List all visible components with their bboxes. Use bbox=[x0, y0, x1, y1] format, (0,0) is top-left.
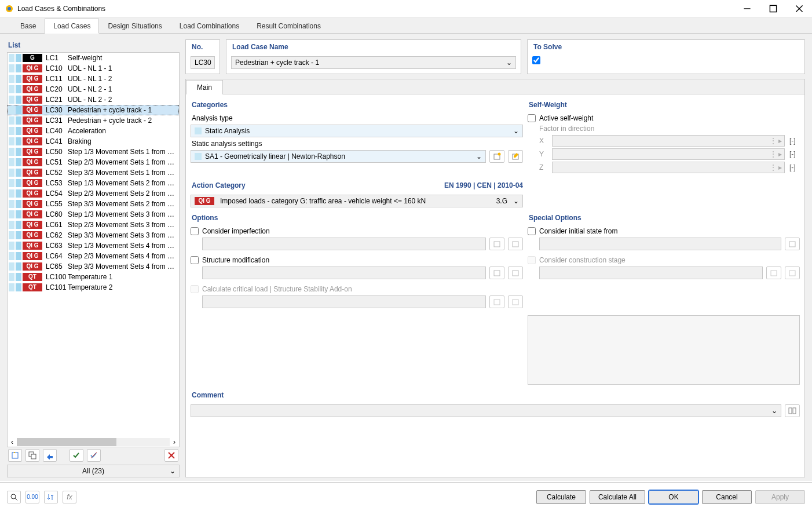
list-item[interactable]: QI GLC60Step 1/3 Movement Sets 3 from RF… bbox=[8, 209, 179, 220]
list-item[interactable]: QI GLC30Pedestrian + cycle track - 1 bbox=[8, 105, 179, 115]
tag-chip: QI G bbox=[23, 106, 42, 114]
sort-button[interactable] bbox=[44, 491, 58, 503]
scroll-right-icon[interactable]: › bbox=[170, 438, 179, 446]
search-button[interactable] bbox=[7, 491, 21, 503]
new-button[interactable] bbox=[8, 449, 22, 462]
no-title: No. bbox=[191, 41, 215, 54]
load-case-code: LC61 bbox=[43, 221, 68, 229]
list-item[interactable]: QI GLC64Step 2/3 Movement Sets 4 from RF… bbox=[8, 251, 179, 261]
swatch-icon bbox=[9, 231, 14, 239]
list-item[interactable]: QI GLC61Step 2/3 Movement Sets 3 from RF… bbox=[8, 220, 179, 230]
load-case-desc: Step 2/3 Movement Sets 1 from RF-M bbox=[68, 158, 179, 166]
load-case-list[interactable]: GLC1Self-weightQI GLC10UDL - NL 1 - 1QI … bbox=[7, 52, 180, 447]
load-case-desc: Step 3/3 Movement Sets 2 from RF-M bbox=[68, 200, 179, 208]
comment-library-button[interactable] bbox=[785, 404, 800, 417]
list-item[interactable]: QI GLC62Step 3/3 Movement Sets 3 from RF… bbox=[8, 230, 179, 240]
filter-dropdown[interactable]: All (23) ⌄ bbox=[7, 465, 180, 477]
list-item[interactable]: QI GLC21UDL - NL 2 - 2 bbox=[8, 94, 179, 105]
consider-imperfection-input[interactable] bbox=[191, 227, 199, 235]
to-solve-input[interactable] bbox=[532, 56, 540, 64]
edit-structmod-button[interactable] bbox=[508, 267, 523, 279]
new-settings-button[interactable] bbox=[489, 150, 504, 163]
list-item[interactable]: GLC1Self-weight bbox=[8, 53, 179, 63]
new-structmod-button[interactable] bbox=[489, 267, 504, 279]
cancel-button[interactable]: Cancel bbox=[702, 490, 752, 504]
consider-imperfection-checkbox[interactable]: Consider imperfection bbox=[191, 227, 523, 235]
actioncat-title: Action Category bbox=[191, 180, 246, 192]
initial-state-checkbox[interactable]: Consider initial state from bbox=[528, 227, 800, 235]
tab-result-combinations[interactable]: Result Combinations bbox=[248, 19, 330, 33]
list-item[interactable]: QI GLC41Braking bbox=[8, 136, 179, 147]
comment-dropdown[interactable]: ⌄ bbox=[191, 404, 781, 417]
maximize-button[interactable] bbox=[760, 0, 786, 17]
list-item[interactable]: QI GLC54Step 2/3 Movement Sets 2 from RF… bbox=[8, 188, 179, 199]
delete-button[interactable] bbox=[164, 449, 178, 462]
minimize-button[interactable] bbox=[734, 0, 760, 17]
deselect-button[interactable] bbox=[87, 449, 101, 462]
tab-load-combinations[interactable]: Load Combinations bbox=[171, 19, 248, 33]
edit-initial-button[interactable] bbox=[785, 238, 800, 250]
actioncat-tag: QI G bbox=[195, 197, 214, 205]
formula-button[interactable]: fx bbox=[63, 491, 76, 503]
list-item[interactable]: QTLC100Temperature 1 bbox=[8, 272, 179, 282]
load-case-desc: UDL - NL 2 - 1 bbox=[68, 85, 179, 93]
edit-imperfection-button[interactable] bbox=[508, 238, 523, 250]
list-item[interactable]: QI GLC63Step 1/3 Movement Sets 4 from RF… bbox=[8, 240, 179, 251]
tab-design-situations[interactable]: Design Situations bbox=[99, 19, 170, 33]
calculate-button[interactable]: Calculate bbox=[536, 490, 586, 504]
list-item[interactable]: QI GLC55Step 3/3 Movement Sets 2 from RF… bbox=[8, 199, 179, 209]
static-settings-dropdown[interactable]: SA1 - Geometrically linear | Newton-Raph… bbox=[191, 150, 486, 163]
structure-modification-input[interactable] bbox=[191, 256, 199, 264]
tab-load-cases[interactable]: Load Cases bbox=[45, 19, 99, 34]
swatch-icon bbox=[16, 54, 21, 62]
ok-button[interactable]: OK bbox=[649, 490, 698, 504]
edit-construction-button bbox=[785, 267, 800, 279]
close-button[interactable] bbox=[786, 0, 812, 17]
list-item[interactable]: QI GLC50Step 1/3 Movement Sets 1 from RF… bbox=[8, 147, 179, 157]
no-value: LC30 bbox=[191, 56, 215, 69]
active-selfweight-input[interactable] bbox=[528, 114, 536, 122]
tag-chip: QI G bbox=[23, 179, 42, 187]
swatch-icon bbox=[16, 242, 21, 250]
units-button[interactable]: 0.00 bbox=[25, 491, 39, 503]
include-button[interactable] bbox=[43, 449, 57, 462]
load-case-name-dropdown[interactable]: Pedestrian + cycle track - 1 ⌄ bbox=[231, 56, 516, 69]
tag-chip: QI G bbox=[23, 137, 42, 145]
list-item[interactable]: QI GLC20UDL - NL 2 - 1 bbox=[8, 84, 179, 94]
list-item[interactable]: QI GLC31Pedestrian + cycle track - 2 bbox=[8, 115, 179, 126]
list-item[interactable]: QI GLC51Step 2/3 Movement Sets 1 from RF… bbox=[8, 157, 179, 167]
active-selfweight-checkbox[interactable]: Active self-weight bbox=[528, 114, 800, 122]
chevron-down-icon: ⌄ bbox=[476, 152, 482, 160]
factor-row: Y⋮ ▸[-] bbox=[539, 148, 800, 160]
copy-button[interactable] bbox=[25, 449, 39, 462]
load-case-code: LC53 bbox=[43, 179, 68, 187]
structure-modification-checkbox[interactable]: Structure modification bbox=[191, 256, 523, 264]
horizontal-scrollbar[interactable]: ‹ › bbox=[8, 437, 179, 447]
list-item[interactable]: QI GLC11UDL - NL 1 - 2 bbox=[8, 74, 179, 84]
list-item[interactable]: QI GLC10UDL - NL 1 - 1 bbox=[8, 63, 179, 74]
list-item[interactable]: QI GLC40Acceleration bbox=[8, 126, 179, 136]
new-imperfection-button[interactable] bbox=[489, 238, 504, 250]
tag-chip: QI G bbox=[23, 262, 42, 271]
tag-chip: QI G bbox=[23, 85, 42, 93]
subtab-main[interactable]: Main bbox=[186, 80, 223, 94]
select-all-button[interactable] bbox=[70, 449, 83, 462]
actioncat-dropdown[interactable]: QI G Imposed loads - category G: traffic… bbox=[191, 195, 523, 207]
edit-settings-button[interactable] bbox=[508, 150, 523, 163]
to-solve-checkbox[interactable] bbox=[532, 56, 800, 64]
scroll-left-icon[interactable]: ‹ bbox=[8, 438, 17, 446]
initial-state-input[interactable] bbox=[528, 227, 536, 235]
swatch-icon bbox=[16, 75, 21, 83]
swatch-icon bbox=[9, 252, 14, 260]
load-case-code: LC10 bbox=[43, 64, 68, 72]
list-item[interactable]: QI GLC53Step 1/3 Movement Sets 2 from RF… bbox=[8, 178, 179, 188]
svg-point-1 bbox=[8, 7, 11, 10]
analysis-type-dropdown[interactable]: Static Analysis ⌄ bbox=[191, 125, 523, 137]
calculate-all-button[interactable]: Calculate All bbox=[590, 490, 645, 504]
list-item[interactable]: QTLC101Temperature 2 bbox=[8, 282, 179, 293]
list-item[interactable]: QI GLC65Step 3/3 Movement Sets 4 from RF… bbox=[8, 261, 179, 272]
options-title: Options bbox=[191, 212, 523, 225]
list-item[interactable]: QI GLC52Step 3/3 Movement Sets 1 from RF… bbox=[8, 167, 179, 178]
load-case-desc: Temperature 2 bbox=[68, 283, 179, 291]
tab-base[interactable]: Base bbox=[12, 19, 45, 33]
